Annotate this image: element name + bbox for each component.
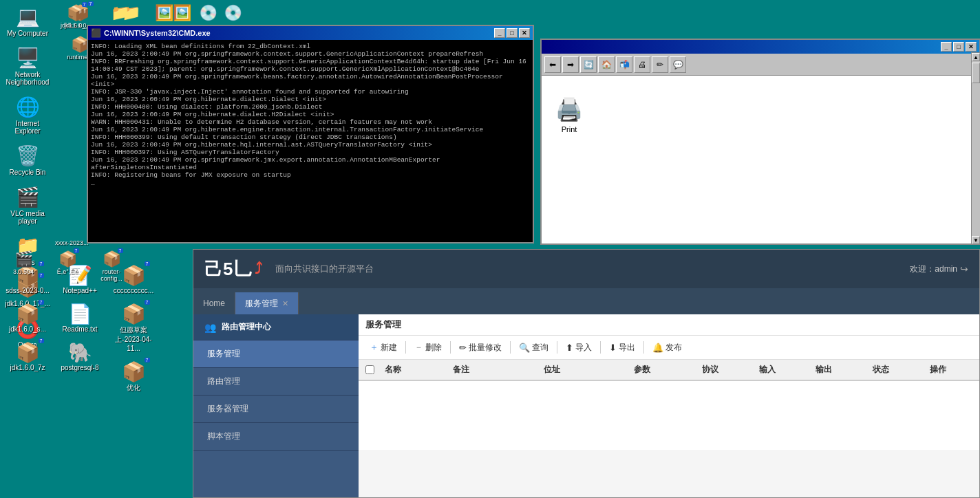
cmd-minimize-button[interactable]: _ bbox=[494, 28, 505, 38]
toolbar-sep-4 bbox=[557, 341, 557, 354]
col-param-header: 参数 bbox=[631, 364, 699, 376]
toolbar-sep-5 bbox=[600, 341, 601, 354]
cmd-close-button[interactable]: ✕ bbox=[519, 28, 530, 38]
import-label: 导入 bbox=[575, 342, 592, 354]
sidebar-item-script[interactable]: 脚本管理 bbox=[193, 423, 359, 451]
col-proto-header: 协议 bbox=[699, 364, 756, 376]
desktop-icon-danxin[interactable]: 📦7 但愿草案上-2023-04-11... bbox=[109, 300, 158, 355]
vlc-504-icon[interactable]: 🎬 3.0.504 bbox=[3, 249, 44, 283]
logo-arrow: ⤴ bbox=[255, 260, 263, 278]
network-label: Network Neighborhood bbox=[6, 71, 50, 86]
ie-label: Internet Explorer bbox=[6, 120, 50, 135]
web-subtitle: 面向共识接口的开源平台 bbox=[275, 263, 374, 275]
vlc-label: VLC media player bbox=[6, 210, 50, 225]
col-check[interactable] bbox=[365, 364, 382, 376]
sidebar-item-service-mgmt[interactable]: 服务管理 bbox=[193, 340, 359, 368]
second-content: 🖨️ Print bbox=[542, 76, 979, 243]
scrollbar-down-button[interactable]: ▼ bbox=[972, 236, 980, 244]
second-minimize-button[interactable]: _ bbox=[941, 42, 952, 52]
delete-button[interactable]: － 删除 bbox=[410, 340, 446, 355]
desktop-icon-network[interactable]: 🖥️ Network Neighborhood bbox=[3, 44, 52, 89]
batch-edit-button[interactable]: ✏ 批量修改 bbox=[455, 340, 506, 355]
desktop-icon-ie[interactable]: 🌐 Internet Explorer bbox=[3, 93, 52, 138]
nav-tab-service[interactable]: 服务管理 ✕ bbox=[235, 292, 299, 314]
col-note-header: 备注 bbox=[450, 364, 540, 376]
cmd-title-text: ⬛ C:\WINNT\System32\CMD.exe bbox=[91, 28, 211, 38]
col-addr-header: 位址 bbox=[541, 364, 631, 376]
export-button[interactable]: ⬇ 导出 bbox=[605, 340, 639, 355]
logout-icon[interactable]: ↪ bbox=[960, 263, 968, 274]
sidebar-header: 👥 路由管理中心 bbox=[193, 314, 359, 340]
cmd-win-controls: _ □ ✕ bbox=[494, 28, 530, 38]
toolbar-sep-1 bbox=[405, 341, 406, 354]
toolbar-icon-3[interactable]: 🔄 bbox=[580, 56, 597, 73]
section-title-text: 服务管理 bbox=[365, 319, 401, 329]
toolbar-icon-5[interactable]: 📬 bbox=[616, 56, 632, 73]
vlc-icon: 🎬 bbox=[16, 186, 40, 208]
desktop-icon-my-computer[interactable]: 💻 My Computer bbox=[3, 3, 52, 40]
scrollbar-up-button[interactable]: ▲ bbox=[972, 53, 980, 61]
col-op-header: 操作 bbox=[927, 364, 972, 376]
import-button[interactable]: ⬆ 导入 bbox=[562, 340, 596, 355]
second-window-scrollbar[interactable]: ▲ ▼ bbox=[971, 52, 980, 245]
cmd-titlebar: ⬛ C:\WINNT\System32\CMD.exe _ □ ✕ bbox=[88, 26, 533, 40]
toolbar-icon-2[interactable]: ➡ bbox=[562, 56, 579, 73]
select-all-checkbox[interactable] bbox=[365, 365, 374, 374]
nav-tab-home[interactable]: Home bbox=[193, 292, 235, 314]
print-label: Print bbox=[562, 125, 577, 133]
col-status-header: 状态 bbox=[870, 364, 927, 376]
desktop-icon-readme[interactable]: 📄 Readme.txt bbox=[55, 300, 105, 336]
delete-label: 删除 bbox=[425, 342, 442, 354]
second-window: _ □ ✕ ⬅ ➡ 🔄 🏠 📬 🖨 ✏ 💬 🖨️ Print bbox=[540, 39, 980, 245]
col-output-header: 输出 bbox=[813, 364, 870, 376]
desktop-icon-postgresql[interactable]: 🐘 postgresql-8 bbox=[55, 338, 105, 374]
publish-button[interactable]: 🔔 发布 bbox=[648, 340, 686, 355]
main-toolbar: ＋ 新建 － 删除 ✏ 批量修改 🔍 查询 bbox=[359, 336, 979, 360]
sidebar-item-route[interactable]: 路由管理 bbox=[193, 368, 359, 396]
desktop-icon-jdk7z[interactable]: 📦7 jdk1.6.0_7z bbox=[3, 338, 52, 374]
xxxx-label-area: xxxx-2023... bbox=[55, 238, 89, 246]
toolbar-sep-2 bbox=[450, 341, 451, 354]
danxin-label: 但愿草案上-2023-04-11... bbox=[111, 325, 156, 352]
publish-icon: 🔔 bbox=[652, 343, 663, 353]
tab-close-icon[interactable]: ✕ bbox=[282, 299, 288, 308]
home-tab-label: Home bbox=[203, 299, 225, 308]
query-button[interactable]: 🔍 查询 bbox=[515, 340, 553, 355]
sidebar-service-label: 服务管理 bbox=[207, 349, 240, 358]
col-input-header: 输入 bbox=[756, 364, 813, 376]
toolbar-icon-7[interactable]: ✏ bbox=[652, 56, 668, 73]
web-header: 己5乚 ⤴ 面向共识接口的开源平台 欢迎：admin ↪ bbox=[193, 250, 979, 288]
cmd-body: INFO: Loading XML bean definitions from … bbox=[88, 40, 533, 242]
add-button[interactable]: ＋ 新建 bbox=[365, 340, 401, 355]
scrollbar-thumb[interactable] bbox=[972, 63, 980, 83]
web-logo-text: 己5乚 ⤴ bbox=[204, 257, 263, 281]
my-computer-icon: 💻 bbox=[16, 6, 40, 28]
toolbar-icon-1[interactable]: ⬅ bbox=[544, 56, 561, 73]
cmd-title-icon: ⬛ bbox=[91, 28, 101, 38]
sidebar-script-label: 脚本管理 bbox=[207, 431, 240, 441]
service-tab-label: 服务管理 bbox=[245, 298, 278, 310]
desktop-icon-recycle[interactable]: 🗑️ Recycle Bin bbox=[3, 142, 52, 179]
toolbar-icon-4[interactable]: 🏠 bbox=[598, 56, 615, 73]
delete-icon: － bbox=[414, 341, 423, 354]
eee-icon[interactable]: 📦7 Ě,e°,Ěě bbox=[47, 249, 88, 283]
add-label: 新建 bbox=[381, 342, 397, 354]
jdk7z-label: jdk1.6.0_7z bbox=[10, 364, 45, 371]
col-name-header: 名称 bbox=[382, 364, 450, 376]
toolbar-icon-6[interactable]: 🖨 bbox=[634, 56, 650, 73]
my-computer-label: My Computer bbox=[7, 30, 48, 37]
jdks-label: jdk1.6.0_s... bbox=[9, 325, 46, 333]
router-config-icon[interactable]: 📦7 router-config... bbox=[91, 249, 132, 283]
toolbar-icon-8[interactable]: 💬 bbox=[670, 56, 686, 73]
second-maximize-button[interactable]: □ bbox=[953, 42, 964, 52]
export-icon: ⬇ bbox=[609, 343, 617, 353]
desktop-icon-vlc[interactable]: 🎬 VLC media player bbox=[3, 183, 52, 228]
cmd-maximize-button[interactable]: □ bbox=[507, 28, 518, 38]
sdss-label: sdss-2023-0... bbox=[6, 287, 49, 294]
cccc-label: cccccccccc... bbox=[114, 287, 153, 294]
second-close-button[interactable]: ✕ bbox=[966, 42, 977, 52]
sidebar-item-server[interactable]: 服务器管理 bbox=[193, 396, 359, 423]
desktop-icon-youhua[interactable]: 📦7 优化 bbox=[109, 358, 158, 396]
recycle-icon: 🗑️ bbox=[16, 144, 40, 167]
desktop-icon-jdk-s[interactable]: 📦7 jdk1.6.0_s... bbox=[3, 300, 52, 336]
